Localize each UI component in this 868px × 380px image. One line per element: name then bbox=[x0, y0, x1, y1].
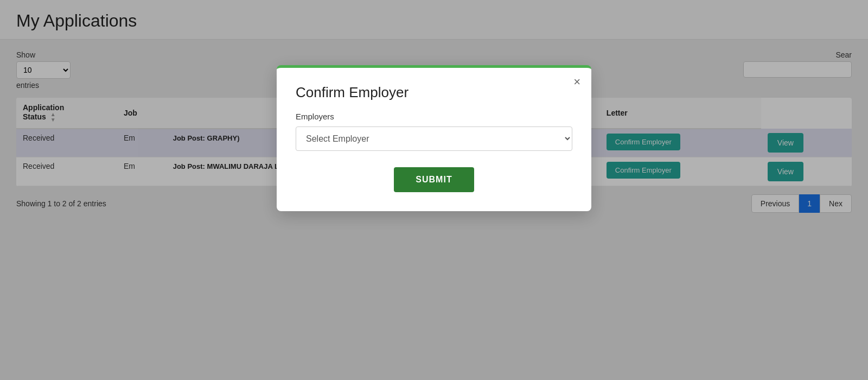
employer-select-dropdown[interactable]: Select Employer bbox=[296, 126, 572, 151]
employers-label: Employers bbox=[296, 112, 572, 121]
modal-footer: SUBMIT bbox=[296, 167, 572, 192]
modal-overlay: × Confirm Employer Employers Select Empl… bbox=[0, 0, 868, 380]
modal-title: Confirm Employer bbox=[296, 84, 572, 101]
modal-close-button[interactable]: × bbox=[573, 76, 580, 88]
confirm-employer-modal: × Confirm Employer Employers Select Empl… bbox=[277, 65, 591, 211]
submit-button[interactable]: SUBMIT bbox=[394, 167, 474, 192]
